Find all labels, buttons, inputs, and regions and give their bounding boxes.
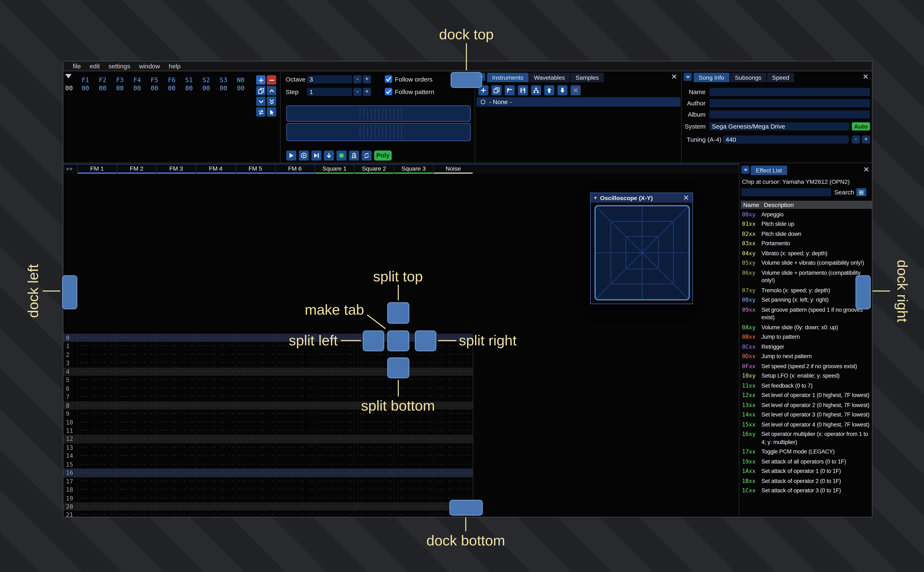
pattern-cell[interactable]: ··· ·· ·· ···: [314, 494, 354, 502]
pattern-cell[interactable]: ··· ·· ·· ···: [77, 452, 117, 460]
pattern-cell[interactable]: ··· ·· ·· ···: [235, 418, 275, 426]
pattern-cell[interactable]: ··· ·· ·· ···: [394, 435, 433, 443]
pattern-cell[interactable]: ··· ·· ·· ···: [117, 384, 156, 393]
pattern-cell[interactable]: ··· ·· ·· ···: [77, 502, 117, 511]
pattern-cell[interactable]: ··· ·· ·· ···: [314, 452, 354, 460]
split-right-target[interactable]: [415, 331, 436, 351]
pattern-cell[interactable]: ··· ·· ·· ···: [77, 393, 117, 401]
pattern-cell[interactable]: ··· ·· ·· ···: [156, 511, 196, 518]
pattern-cell[interactable]: ··· ·· ·· ···: [156, 502, 196, 511]
pattern-cell[interactable]: ··· ·· ·· ···: [117, 469, 156, 477]
pattern-cell[interactable]: ··· ·· ·· ···: [156, 384, 196, 393]
pattern-cell[interactable]: ··· ·· ·· ···: [394, 426, 433, 435]
pattern-cell[interactable]: ··· ·· ·· ···: [314, 351, 354, 359]
pattern-cell[interactable]: ··· ·· ·· ···: [156, 485, 196, 494]
pattern-cell[interactable]: ··· ·· ·· ···: [117, 511, 156, 518]
pattern-cell[interactable]: ··· ·· ·· ···: [314, 502, 354, 511]
pattern-cell[interactable]: ··· ·· ·· ···: [117, 460, 156, 468]
pattern-cell[interactable]: ··· ·· ·· ···: [77, 367, 117, 376]
pattern-cell[interactable]: ··· ·· ·· ···: [156, 426, 196, 435]
pattern-cell[interactable]: ··· ·· ·· ···: [394, 452, 433, 460]
pattern-cell[interactable]: ··· ·· ·· ···: [314, 443, 354, 452]
pattern-cell[interactable]: ··· ·· ·· ···: [117, 443, 156, 452]
pattern-cell[interactable]: ··· ·· ·· ···: [314, 485, 354, 494]
pattern-cell[interactable]: ··· ·· ·· ···: [235, 477, 275, 485]
pattern-cell[interactable]: ··· ·· ·· ···: [196, 443, 235, 452]
make-tab-target[interactable]: [387, 331, 409, 351]
pattern-cell[interactable]: ··· ·· ·· ···: [156, 435, 196, 443]
pattern-cell[interactable]: ··· ·· ·· ···: [433, 367, 473, 376]
pattern-cell[interactable]: ··· ·· ·· ···: [77, 334, 117, 342]
pattern-cell[interactable]: ··· ·· ·· ···: [433, 393, 473, 401]
pattern-cell[interactable]: ··· ·· ·· ···: [235, 367, 275, 376]
pattern-cell[interactable]: ··· ·· ·· ···: [196, 393, 235, 401]
pattern-cell[interactable]: ··· ·· ·· ···: [77, 384, 117, 393]
pattern-cell[interactable]: ··· ·· ·· ···: [156, 452, 196, 460]
pattern-cell[interactable]: ··· ·· ·· ···: [235, 393, 275, 401]
pattern-cell[interactable]: ··· ·· ·· ···: [314, 367, 354, 376]
pattern-cell[interactable]: ··· ·· ·· ···: [196, 494, 235, 502]
pattern-cell[interactable]: ··· ·· ·· ···: [433, 443, 473, 452]
pattern-cell[interactable]: ··· ·· ·· ···: [433, 485, 473, 494]
pattern-cell[interactable]: ··· ·· ·· ···: [314, 477, 354, 485]
pattern-cell[interactable]: ··· ·· ·· ···: [354, 494, 394, 502]
pattern-cell[interactable]: ··· ·· ·· ···: [117, 494, 156, 502]
pattern-cell[interactable]: ··· ·· ·· ···: [117, 485, 156, 494]
pattern-cell[interactable]: ··· ·· ·· ···: [433, 426, 473, 435]
pattern-cell[interactable]: ··· ·· ·· ···: [433, 435, 473, 443]
pattern-cell[interactable]: ··· ·· ·· ···: [314, 410, 354, 418]
pattern-cell[interactable]: ··· ·· ·· ···: [433, 460, 473, 468]
pattern-cell[interactable]: ··· ·· ·· ···: [156, 469, 196, 477]
pattern-cell[interactable]: ··· ·· ·· ···: [354, 418, 394, 426]
pattern-cell[interactable]: ··· ·· ·· ···: [235, 376, 275, 384]
pattern-cell[interactable]: ··· ·· ·· ···: [196, 359, 235, 367]
pattern-cell[interactable]: ··· ·· ·· ···: [275, 410, 314, 418]
pattern-cell[interactable]: ··· ·· ·· ···: [77, 477, 117, 485]
pattern-cell[interactable]: ··· ·· ·· ···: [354, 443, 394, 452]
pattern-cell[interactable]: ··· ·· ·· ···: [196, 384, 235, 393]
pattern-cell[interactable]: ··· ·· ·· ···: [433, 376, 473, 384]
pattern-cell[interactable]: ··· ·· ·· ···: [354, 435, 394, 443]
pattern-cell[interactable]: ··· ·· ·· ···: [235, 359, 275, 367]
pattern-cell[interactable]: ··· ·· ·· ···: [394, 494, 433, 502]
dock-top-target[interactable]: [451, 72, 482, 88]
pattern-cell[interactable]: ··· ·· ·· ···: [77, 426, 117, 435]
pattern-cell[interactable]: ··· ·· ·· ···: [235, 334, 275, 342]
pattern-cell[interactable]: ··· ·· ·· ···: [433, 401, 473, 410]
pattern-cell[interactable]: ··· ·· ·· ···: [235, 410, 275, 418]
pattern-cell[interactable]: ··· ·· ·· ···: [117, 426, 156, 435]
pattern-cell[interactable]: ··· ·· ·· ···: [77, 359, 117, 367]
pattern-cell[interactable]: ··· ·· ·· ···: [156, 494, 196, 502]
pattern-cell[interactable]: ··· ·· ·· ···: [117, 376, 156, 384]
pattern-cell[interactable]: ··· ·· ·· ···: [235, 351, 275, 359]
pattern-cell[interactable]: ··· ·· ·· ···: [433, 469, 473, 477]
pattern-cell[interactable]: ··· ·· ·· ···: [156, 342, 196, 350]
pattern-cell[interactable]: ··· ·· ·· ···: [156, 367, 196, 376]
split-bottom-target[interactable]: [387, 358, 409, 378]
pattern-cell[interactable]: ··· ·· ·· ···: [196, 485, 235, 494]
pattern-cell[interactable]: ··· ·· ·· ···: [275, 477, 314, 485]
pattern-cell[interactable]: ··· ·· ·· ···: [314, 384, 354, 393]
pattern-cell[interactable]: ··· ·· ·· ···: [196, 367, 235, 376]
split-left-target[interactable]: [363, 331, 384, 351]
split-top-target[interactable]: [387, 302, 409, 323]
pattern-cell[interactable]: ··· ·· ·· ···: [394, 511, 433, 518]
pattern-cell[interactable]: ··· ·· ·· ···: [275, 426, 314, 435]
pattern-cell[interactable]: ··· ·· ·· ···: [117, 342, 156, 350]
pattern-cell[interactable]: ··· ·· ·· ···: [275, 443, 314, 452]
pattern-cell[interactable]: ··· ·· ·· ···: [235, 485, 275, 494]
pattern-cell[interactable]: ··· ·· ·· ···: [235, 511, 275, 518]
pattern-cell[interactable]: ··· ·· ·· ···: [156, 410, 196, 418]
pattern-cell[interactable]: ··· ·· ·· ···: [314, 401, 354, 410]
pattern-cell[interactable]: ··· ·· ·· ···: [77, 485, 117, 494]
pattern-cell[interactable]: ··· ·· ·· ···: [77, 342, 117, 350]
close-icon[interactable]: [862, 73, 869, 80]
pattern-cell[interactable]: ··· ·· ·· ···: [354, 426, 394, 435]
pattern-cell[interactable]: ··· ·· ·· ···: [354, 502, 394, 511]
close-icon[interactable]: [682, 194, 690, 201]
pattern-cell[interactable]: ··· ·· ·· ···: [117, 334, 156, 342]
pattern-cell[interactable]: ··· ·· ·· ···: [77, 511, 117, 518]
pattern-cell[interactable]: ··· ·· ·· ···: [394, 418, 433, 426]
pattern-cell[interactable]: ··· ·· ·· ···: [196, 511, 235, 518]
collapse-icon[interactable]: [741, 166, 749, 174]
